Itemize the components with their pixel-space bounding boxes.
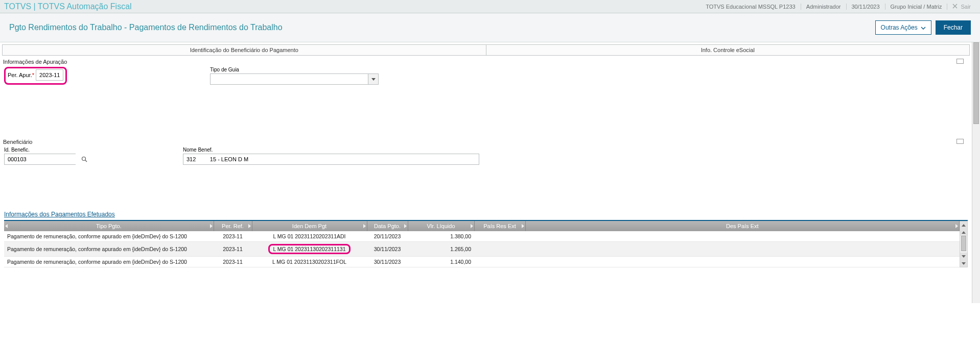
dropdown-arrow-icon[interactable] [368,74,378,84]
per-apur-label-text: Per. Apur. [8,72,32,78]
form-row-apuracao: Per. Apur.* Tipo de Guia [0,66,972,85]
scroll-down-icon-2[interactable] [960,260,967,267]
tipo-guia-select[interactable] [210,73,379,85]
col-per-ref-label: Per. Ref. [222,223,244,229]
id-benefic-input[interactable] [5,154,81,164]
page-vscroll[interactable] [972,42,980,303]
exit-button[interactable]: Sair [947,4,976,10]
group-label: Grupo Inicial / Matriz [885,4,948,10]
tipo-guia-field: Tipo de Guia [210,67,379,85]
id-benefic-input-wrap [4,154,76,165]
outras-acoes-button[interactable]: Outras Ações [875,20,931,35]
svg-marker-5 [962,224,966,227]
svg-line-4 [85,160,87,162]
per-apur-label: Per. Apur.* [8,72,36,78]
date-label: 30/11/2023 [847,4,885,10]
col-data[interactable]: Data Pgto. [367,221,408,231]
nome-benef-input[interactable] [183,154,479,165]
exit-label: Sair [961,4,971,10]
cell-data: 30/11/2023 [367,242,408,257]
scroll-up-icon[interactable] [960,221,967,229]
tab-identificacao[interactable]: Identificação do Beneficiário do Pagamen… [3,45,486,55]
subheader: Pgto Rendimentos do Trabalho - Pagamento… [0,13,980,42]
col-vlr[interactable]: Vlr. Líquido [408,221,474,231]
payments-table-wrap: Tipo Pgto. Per. Ref. Iden Dem Pgt Data P… [4,220,968,267]
iden-highlight: L MG 01 20231130202311131 [268,244,350,254]
svg-point-3 [82,157,86,161]
topbar-info: TOTVS Educacional MSSQL P1233 Administra… [701,4,947,10]
tabs-row: Identificação do Beneficiário do Pagamen… [2,44,970,56]
section-apuracao-text: Informações de Apuração [3,59,67,65]
section-toggle-icon-2[interactable] [956,139,964,144]
search-icon[interactable] [81,156,87,162]
fechar-button[interactable]: Fechar [936,20,971,35]
cell-per-ref: 2023-11 [214,242,252,257]
table-header-row: Tipo Pgto. Per. Ref. Iden Dem Pgt Data P… [4,221,960,231]
required-mark: * [32,72,34,78]
cell-iden: L MG 01 20231120202311ADI [252,231,367,242]
page-scroll-thumb[interactable] [973,42,979,124]
svg-marker-2 [371,78,376,81]
per-apur-field: Per. Apur.* [4,67,67,85]
cell-tipo: Pagamento de remuneração, conforme apura… [4,242,214,257]
section-beneficiario-text: Beneficiário [3,139,32,145]
col-per-ref[interactable]: Per. Ref. [214,221,252,231]
col-iden-label: Iden Dem Pgt [292,223,326,229]
cell-tipo: Pagamento de remuneração, conforme apura… [4,257,214,267]
section-beneficiario-label: Beneficiário [0,136,972,146]
close-icon [952,4,958,10]
cell-des-pais [525,242,960,257]
scroll-track[interactable] [960,236,967,253]
cell-des-pais [525,257,960,267]
cell-des-pais [525,231,960,242]
nome-benef-label: Nome Benef. [183,147,479,153]
env-label: TOTVS Educacional MSSQL P1233 [701,4,801,10]
col-des-pais-label: Des País Ext [726,223,759,229]
section-apuracao-label: Informações de Apuração [0,56,972,66]
col-tipo[interactable]: Tipo Pgto. [4,221,214,231]
scroll-up-icon-2[interactable] [960,229,967,236]
col-pais[interactable]: País Res Ext [474,221,525,231]
cell-vlr: 1.265,00 [408,242,474,257]
cell-vlr: 1.140,00 [408,257,474,267]
table-row[interactable]: Pagamento de remuneração, conforme apura… [4,257,960,267]
cell-per-ref: 2023-11 [214,257,252,267]
per-apur-input[interactable] [36,69,63,81]
cell-iden: L MG 01 20231130202311FOL [252,257,367,267]
chevron-down-icon [921,24,926,31]
col-des-pais[interactable]: Des País Ext [525,221,960,231]
page-scroll-track[interactable] [972,42,980,303]
scroll-thumb[interactable] [961,236,966,251]
col-vlr-label: Vlr. Líquido [427,223,455,229]
id-benefic-field: Id. Benefic. [4,147,76,165]
id-benefic-label: Id. Benefic. [4,147,76,153]
table-vscroll[interactable] [960,221,968,267]
cell-data: 30/11/2023 [367,257,408,267]
outras-acoes-label: Outras Ações [881,24,918,31]
svg-marker-6 [962,231,966,234]
cell-pais [474,231,525,242]
scroll-down-icon[interactable] [960,253,967,260]
nome-benef-field: Nome Benef. [183,147,479,165]
col-data-label: Data Pgto. [374,223,401,229]
svg-marker-7 [962,255,966,258]
app-title: TOTVS | TOTVS Automação Fiscal [4,2,701,11]
section-toggle-icon[interactable] [956,59,964,64]
page-title: Pgto Rendimentos do Trabalho - Pagamento… [9,23,875,32]
svg-marker-8 [962,262,966,265]
col-pais-label: País Res Ext [483,223,516,229]
user-label: Administrador [801,4,847,10]
payments-table: Tipo Pgto. Per. Ref. Iden Dem Pgt Data P… [4,221,960,267]
cell-pais [474,242,525,257]
tipo-guia-label: Tipo de Guia [210,67,379,72]
cell-data: 20/11/2023 [367,231,408,242]
col-iden[interactable]: Iden Dem Pgt [252,221,367,231]
form-row-beneficiario: Id. Benefic. Nome Benef. [0,146,972,165]
cell-iden: L MG 01 20231130202311131 [252,242,367,257]
table-row[interactable]: Pagamento de remuneração, conforme apura… [4,242,960,257]
cell-per-ref: 2023-11 [214,231,252,242]
col-tipo-label: Tipo Pgto. [96,223,122,229]
cell-vlr: 1.380,00 [408,231,474,242]
table-row[interactable]: Pagamento de remuneração, conforme apura… [4,231,960,242]
tab-info-esocial[interactable]: Info. Controle eSocial [486,45,970,55]
